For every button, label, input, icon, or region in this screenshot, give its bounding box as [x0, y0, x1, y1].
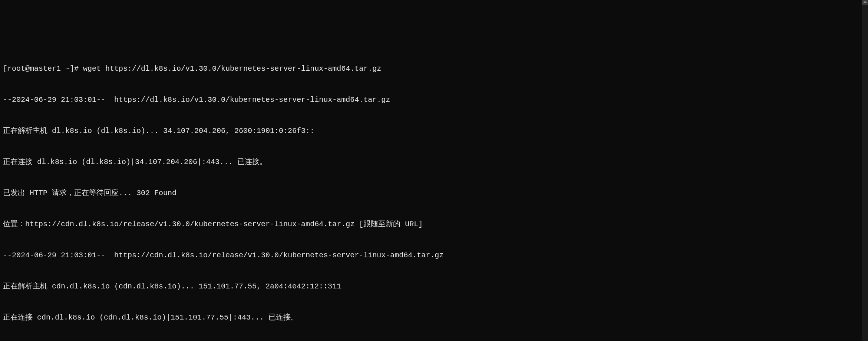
command-text: wget https://dl.k8s.io/v1.30.0/kubernete…	[83, 64, 381, 73]
scroll-arrow-up-icon	[863, 1, 867, 3]
prompt: [root@master1 ~]#	[3, 64, 83, 73]
output-line: --2024-06-29 21:03:01-- https://dl.k8s.i…	[3, 95, 865, 105]
output-line: 位置：https://cdn.dl.k8s.io/release/v1.30.0…	[3, 219, 865, 230]
output-line: 正在连接 dl.k8s.io (dl.k8s.io)|34.107.204.20…	[3, 157, 865, 167]
output-line: --2024-06-29 21:03:01-- https://cdn.dl.k…	[3, 250, 865, 261]
terminal-output[interactable]: [root@master1 ~]# wget https://dl.k8s.io…	[3, 43, 865, 341]
output-line: 正在解析主机 dl.k8s.io (dl.k8s.io)... 34.107.2…	[3, 126, 865, 136]
scrollbar[interactable]	[862, 0, 868, 341]
output-line: 正在解析主机 cdn.dl.k8s.io (cdn.dl.k8s.io)... …	[3, 281, 865, 292]
output-line: 已发出 HTTP 请求，正在等待回应... 302 Found	[3, 188, 865, 198]
output-line: 正在连接 cdn.dl.k8s.io (cdn.dl.k8s.io)|151.1…	[3, 312, 865, 323]
scroll-thumb[interactable]	[862, 0, 868, 5]
command-line: [root@master1 ~]# wget https://dl.k8s.io…	[3, 64, 865, 74]
